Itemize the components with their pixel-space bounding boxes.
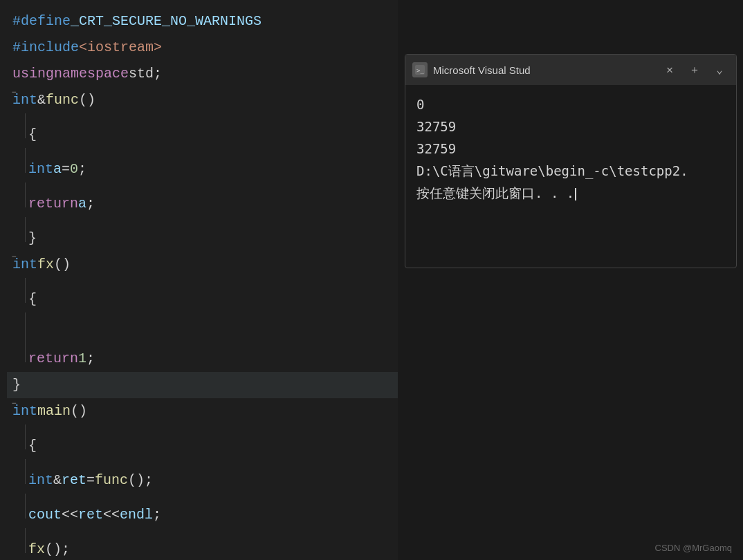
code-line: int &ret = func(); bbox=[7, 459, 398, 494]
code-line: { bbox=[7, 113, 398, 148]
code-line: return 1; bbox=[7, 337, 398, 372]
terminal-body: 03275932759D:\C语言\gitware\begin_-c\testc… bbox=[405, 85, 736, 268]
code-token: 0 bbox=[70, 156, 78, 183]
code-token: ret bbox=[78, 502, 103, 528]
guide-line bbox=[25, 113, 26, 138]
code-token: _CRT_SECURE_NO_WARNINGS bbox=[71, 8, 262, 35]
collapse-button[interactable]: − bbox=[8, 87, 19, 98]
code-token: { bbox=[28, 433, 37, 459]
code-token: ; bbox=[154, 61, 162, 87]
guide-line bbox=[25, 337, 26, 362]
code-token: ; bbox=[78, 156, 86, 183]
terminal-line: 32759 bbox=[416, 138, 725, 160]
code-token: () bbox=[71, 398, 87, 424]
code-token: using bbox=[12, 61, 54, 87]
terminal-titlebar: >_ Microsoft Visual Stud ✕ ＋ ⌄ bbox=[405, 55, 736, 85]
terminal-icon: >_ bbox=[412, 62, 428, 77]
code-line: #define _CRT_SECURE_NO_WARNINGS bbox=[7, 8, 398, 35]
close-button[interactable]: ✕ bbox=[660, 60, 679, 80]
code-token: int bbox=[28, 467, 53, 494]
code-line: } bbox=[7, 217, 398, 252]
code-token: <iostream> bbox=[79, 35, 162, 61]
code-token: ret bbox=[62, 467, 86, 494]
code-line: − int main() bbox=[7, 398, 398, 424]
code-token: ; bbox=[86, 191, 95, 217]
terminal-line: 0 bbox=[416, 93, 725, 115]
code-token: ; bbox=[86, 346, 95, 372]
guide-line bbox=[25, 278, 26, 303]
terminal-cursor bbox=[575, 188, 576, 200]
guide-line bbox=[25, 528, 26, 553]
code-editor: #define _CRT_SECURE_NO_WARNINGS #include… bbox=[0, 0, 398, 560]
code-line: #include<iostream> bbox=[7, 35, 398, 61]
code-token: << bbox=[103, 502, 120, 528]
terminal-line: D:\C语言\gitware\begin_-c\testcpp2. bbox=[416, 160, 725, 182]
code-token: ; bbox=[153, 502, 161, 528]
guide-line bbox=[25, 183, 26, 207]
guide-line bbox=[25, 494, 26, 519]
code-token: a bbox=[53, 156, 62, 183]
code-content: #define _CRT_SECURE_NO_WARNINGS #include… bbox=[0, 0, 398, 560]
guide-line bbox=[25, 148, 26, 173]
code-token: (); bbox=[128, 467, 153, 494]
code-line: } bbox=[7, 372, 398, 398]
code-token: fx bbox=[37, 252, 54, 278]
collapse-button[interactable]: − bbox=[8, 398, 19, 409]
svg-text:>_: >_ bbox=[416, 67, 424, 74]
code-token: func bbox=[46, 87, 79, 113]
add-tab-button[interactable]: ＋ bbox=[685, 60, 704, 80]
code-token: namespace bbox=[54, 61, 129, 87]
code-line: cout << ret << endl; bbox=[7, 494, 398, 528]
code-token: } bbox=[28, 225, 37, 252]
code-line: int a = 0; bbox=[7, 148, 398, 183]
terminal-popup: >_ Microsoft Visual Stud ✕ ＋ ⌄ 032759327… bbox=[405, 54, 737, 268]
watermark: CSDN @MrGaomq bbox=[655, 543, 732, 553]
code-line: − int fx() bbox=[7, 252, 398, 278]
code-token: int bbox=[28, 156, 53, 183]
collapse-button[interactable]: − bbox=[8, 252, 19, 263]
guide-line bbox=[25, 312, 26, 337]
code-line: { bbox=[7, 424, 398, 459]
code-token: { bbox=[28, 286, 37, 312]
code-token: endl bbox=[120, 502, 153, 528]
code-token: { bbox=[28, 122, 37, 148]
code-token: #define bbox=[12, 8, 71, 35]
code-line bbox=[7, 312, 398, 337]
code-token: func bbox=[95, 467, 128, 494]
code-token: return bbox=[28, 191, 78, 217]
terminal-title: Microsoft Visual Stud bbox=[433, 64, 654, 76]
terminal-line: 32759 bbox=[416, 115, 725, 138]
code-token: & bbox=[37, 87, 46, 113]
code-token: << bbox=[62, 502, 78, 528]
code-line: using namespace std; bbox=[7, 61, 398, 87]
code-line: return a; bbox=[7, 183, 398, 217]
code-token: a bbox=[78, 191, 86, 217]
code-token: = bbox=[86, 467, 95, 494]
code-line: { bbox=[7, 278, 398, 312]
terminal-line: 按任意键关闭此窗口. . . bbox=[416, 182, 725, 204]
guide-line bbox=[25, 217, 26, 242]
guide-line bbox=[25, 424, 26, 449]
code-token: #include bbox=[12, 35, 79, 61]
code-token: std bbox=[129, 61, 154, 87]
code-token: = bbox=[62, 156, 70, 183]
code-line: − int& func() bbox=[7, 87, 398, 113]
code-token: cout bbox=[28, 502, 62, 528]
code-token: fx bbox=[28, 536, 45, 560]
code-line: fx(); bbox=[7, 528, 398, 560]
code-token: () bbox=[54, 252, 71, 278]
guide-line bbox=[25, 459, 26, 484]
code-token: main bbox=[37, 398, 71, 424]
code-token: return bbox=[28, 346, 78, 372]
code-token: & bbox=[53, 467, 62, 494]
code-token: 1 bbox=[78, 346, 86, 372]
chevron-down-button[interactable]: ⌄ bbox=[710, 60, 729, 80]
code-token: () bbox=[79, 87, 95, 113]
code-token: (); bbox=[45, 536, 70, 560]
